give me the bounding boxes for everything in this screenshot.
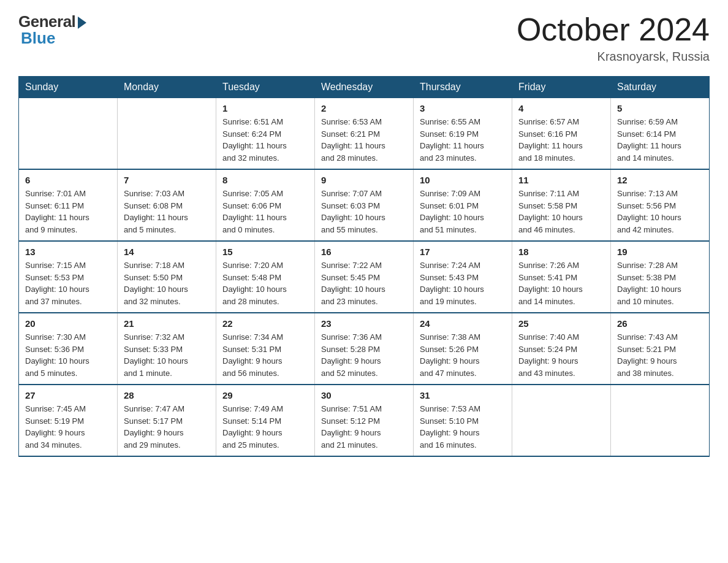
calendar-cell [611, 385, 710, 456]
day-info: Sunrise: 6:55 AM Sunset: 6:19 PM Dayligh… [420, 116, 506, 164]
calendar-cell: 11Sunrise: 7:11 AM Sunset: 5:58 PM Dayli… [512, 169, 611, 241]
day-info: Sunrise: 7:45 AM Sunset: 5:19 PM Dayligh… [25, 403, 111, 451]
day-number: 26 [617, 318, 703, 329]
day-info: Sunrise: 7:20 AM Sunset: 5:48 PM Dayligh… [222, 259, 308, 307]
calendar-body: 1Sunrise: 6:51 AM Sunset: 6:24 PM Daylig… [19, 98, 710, 457]
day-number: 27 [25, 390, 111, 400]
weekday-header-saturday: Saturday [611, 77, 710, 98]
location-subtitle: Krasnoyarsk, Russia [517, 50, 710, 64]
calendar-cell: 28Sunrise: 7:47 AM Sunset: 5:17 PM Dayli… [118, 385, 216, 456]
day-info: Sunrise: 7:32 AM Sunset: 5:33 PM Dayligh… [124, 331, 210, 379]
calendar-cell: 9Sunrise: 7:07 AM Sunset: 6:03 PM Daylig… [315, 169, 414, 241]
day-number: 12 [617, 175, 703, 185]
calendar-cell: 22Sunrise: 7:34 AM Sunset: 5:31 PM Dayli… [216, 313, 315, 385]
calendar-cell: 3Sunrise: 6:55 AM Sunset: 6:19 PM Daylig… [414, 98, 512, 170]
calendar-cell: 19Sunrise: 7:28 AM Sunset: 5:38 PM Dayli… [611, 241, 710, 313]
day-info: Sunrise: 7:09 AM Sunset: 6:01 PM Dayligh… [420, 188, 506, 236]
day-number: 6 [25, 175, 111, 185]
day-number: 31 [420, 390, 506, 400]
calendar-header: SundayMondayTuesdayWednesdayThursdayFrid… [19, 77, 710, 98]
calendar-cell: 14Sunrise: 7:18 AM Sunset: 5:50 PM Dayli… [118, 241, 216, 313]
weekday-header-friday: Friday [512, 77, 611, 98]
day-info: Sunrise: 7:51 AM Sunset: 5:12 PM Dayligh… [321, 403, 407, 451]
day-number: 20 [25, 318, 111, 329]
calendar-cell: 16Sunrise: 7:22 AM Sunset: 5:45 PM Dayli… [315, 241, 414, 313]
calendar-table: SundayMondayTuesdayWednesdayThursdayFrid… [18, 76, 710, 457]
month-title: October 2024 [517, 12, 710, 47]
calendar-cell: 21Sunrise: 7:32 AM Sunset: 5:33 PM Dayli… [118, 313, 216, 385]
day-number: 22 [222, 318, 308, 329]
calendar-week-row: 13Sunrise: 7:15 AM Sunset: 5:53 PM Dayli… [19, 241, 710, 313]
day-info: Sunrise: 7:47 AM Sunset: 5:17 PM Dayligh… [124, 403, 210, 451]
day-info: Sunrise: 7:22 AM Sunset: 5:45 PM Dayligh… [321, 259, 407, 307]
title-block: October 2024 Krasnoyarsk, Russia [517, 12, 710, 64]
day-info: Sunrise: 7:38 AM Sunset: 5:26 PM Dayligh… [420, 331, 506, 379]
day-number: 1 [222, 103, 308, 113]
day-info: Sunrise: 7:15 AM Sunset: 5:53 PM Dayligh… [25, 259, 111, 307]
day-number: 16 [321, 247, 407, 257]
calendar-cell: 1Sunrise: 6:51 AM Sunset: 6:24 PM Daylig… [216, 98, 315, 170]
day-number: 4 [518, 103, 604, 113]
calendar-cell: 8Sunrise: 7:05 AM Sunset: 6:06 PM Daylig… [216, 169, 315, 241]
day-number: 14 [124, 247, 210, 257]
day-number: 11 [518, 175, 604, 185]
page-header: General Blue October 2024 Krasnoyarsk, R… [18, 12, 710, 64]
day-number: 13 [25, 247, 111, 257]
weekday-header-row: SundayMondayTuesdayWednesdayThursdayFrid… [19, 77, 710, 98]
calendar-cell: 4Sunrise: 6:57 AM Sunset: 6:16 PM Daylig… [512, 98, 611, 170]
calendar-cell: 17Sunrise: 7:24 AM Sunset: 5:43 PM Dayli… [414, 241, 512, 313]
day-number: 5 [617, 103, 703, 113]
calendar-cell: 31Sunrise: 7:53 AM Sunset: 5:10 PM Dayli… [414, 385, 512, 456]
calendar-cell [512, 385, 611, 456]
day-number: 28 [124, 390, 210, 400]
calendar-cell: 6Sunrise: 7:01 AM Sunset: 6:11 PM Daylig… [19, 169, 118, 241]
day-info: Sunrise: 7:36 AM Sunset: 5:28 PM Dayligh… [321, 331, 407, 379]
weekday-header-wednesday: Wednesday [315, 77, 414, 98]
calendar-cell: 26Sunrise: 7:43 AM Sunset: 5:21 PM Dayli… [611, 313, 710, 385]
weekday-header-monday: Monday [118, 77, 216, 98]
day-number: 15 [222, 247, 308, 257]
calendar-cell: 13Sunrise: 7:15 AM Sunset: 5:53 PM Dayli… [19, 241, 118, 313]
calendar-cell: 24Sunrise: 7:38 AM Sunset: 5:26 PM Dayli… [414, 313, 512, 385]
calendar-cell: 15Sunrise: 7:20 AM Sunset: 5:48 PM Dayli… [216, 241, 315, 313]
weekday-header-thursday: Thursday [414, 77, 512, 98]
day-info: Sunrise: 7:30 AM Sunset: 5:36 PM Dayligh… [25, 331, 111, 379]
day-info: Sunrise: 7:05 AM Sunset: 6:06 PM Dayligh… [222, 188, 308, 236]
day-number: 25 [518, 318, 604, 329]
calendar-cell: 10Sunrise: 7:09 AM Sunset: 6:01 PM Dayli… [414, 169, 512, 241]
calendar-cell: 2Sunrise: 6:53 AM Sunset: 6:21 PM Daylig… [315, 98, 414, 170]
day-number: 17 [420, 247, 506, 257]
day-number: 23 [321, 318, 407, 329]
day-number: 8 [222, 175, 308, 185]
day-info: Sunrise: 6:59 AM Sunset: 6:14 PM Dayligh… [617, 116, 703, 164]
day-info: Sunrise: 7:26 AM Sunset: 5:41 PM Dayligh… [518, 259, 604, 307]
logo-arrow-icon [78, 17, 86, 29]
day-info: Sunrise: 7:53 AM Sunset: 5:10 PM Dayligh… [420, 403, 506, 451]
calendar-cell: 25Sunrise: 7:40 AM Sunset: 5:24 PM Dayli… [512, 313, 611, 385]
calendar-week-row: 6Sunrise: 7:01 AM Sunset: 6:11 PM Daylig… [19, 169, 710, 241]
weekday-header-sunday: Sunday [19, 77, 118, 98]
day-info: Sunrise: 7:34 AM Sunset: 5:31 PM Dayligh… [222, 331, 308, 379]
calendar-week-row: 20Sunrise: 7:30 AM Sunset: 5:36 PM Dayli… [19, 313, 710, 385]
calendar-cell: 23Sunrise: 7:36 AM Sunset: 5:28 PM Dayli… [315, 313, 414, 385]
calendar-cell [19, 98, 118, 170]
day-number: 9 [321, 175, 407, 185]
day-number: 7 [124, 175, 210, 185]
day-info: Sunrise: 7:01 AM Sunset: 6:11 PM Dayligh… [25, 188, 111, 236]
calendar-week-row: 27Sunrise: 7:45 AM Sunset: 5:19 PM Dayli… [19, 385, 710, 456]
day-info: Sunrise: 7:24 AM Sunset: 5:43 PM Dayligh… [420, 259, 506, 307]
day-info: Sunrise: 7:43 AM Sunset: 5:21 PM Dayligh… [617, 331, 703, 379]
day-info: Sunrise: 7:40 AM Sunset: 5:24 PM Dayligh… [518, 331, 604, 379]
logo-blue-text: Blue [18, 29, 55, 48]
calendar-cell [118, 98, 216, 170]
day-number: 30 [321, 390, 407, 400]
day-info: Sunrise: 7:49 AM Sunset: 5:14 PM Dayligh… [222, 403, 308, 451]
day-info: Sunrise: 7:11 AM Sunset: 5:58 PM Dayligh… [518, 188, 604, 236]
calendar-cell: 27Sunrise: 7:45 AM Sunset: 5:19 PM Dayli… [19, 385, 118, 456]
calendar-cell: 29Sunrise: 7:49 AM Sunset: 5:14 PM Dayli… [216, 385, 315, 456]
calendar-cell: 20Sunrise: 7:30 AM Sunset: 5:36 PM Dayli… [19, 313, 118, 385]
calendar-week-row: 1Sunrise: 6:51 AM Sunset: 6:24 PM Daylig… [19, 98, 710, 170]
day-info: Sunrise: 6:57 AM Sunset: 6:16 PM Dayligh… [518, 116, 604, 164]
calendar-cell: 18Sunrise: 7:26 AM Sunset: 5:41 PM Dayli… [512, 241, 611, 313]
day-number: 2 [321, 103, 407, 113]
